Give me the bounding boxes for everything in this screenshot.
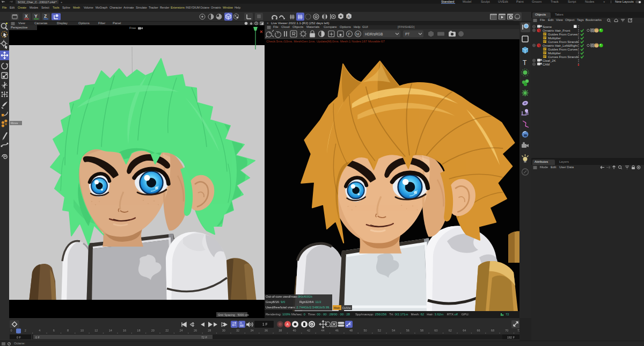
- svg-text:0 F: 0 F: [35, 336, 40, 339]
- svg-text:Y: Y: [34, 13, 38, 19]
- svg-text:192 F: 192 F: [507, 336, 515, 339]
- svg-text:14: 14: [109, 329, 112, 332]
- svg-text:6: 6: [53, 329, 55, 332]
- svg-text:8: 8: [67, 329, 69, 332]
- svg-text:T: T: [523, 59, 527, 67]
- svg-text:34: 34: [250, 329, 253, 332]
- svg-text:68: 68: [491, 329, 494, 332]
- svg-text:64: 64: [463, 329, 466, 332]
- svg-text:Ornatrix Hair_Left&Right: Ornatrix Hair_Left&Right: [543, 44, 578, 47]
- svg-text:44: 44: [321, 329, 324, 332]
- svg-text:24: 24: [180, 329, 183, 332]
- svg-text:40: 40: [293, 329, 296, 332]
- svg-text:32: 32: [236, 329, 239, 332]
- svg-text:36: 36: [265, 329, 268, 332]
- svg-text:60: 60: [434, 329, 437, 332]
- svg-text:0: 0: [10, 329, 12, 332]
- svg-text:M: M: [356, 32, 360, 36]
- svg-text:56: 56: [406, 329, 409, 332]
- svg-text:A: A: [347, 15, 350, 18]
- svg-text:22: 22: [165, 329, 169, 332]
- svg-text:42: 42: [307, 329, 310, 332]
- svg-text:A: A: [240, 321, 242, 325]
- svg-text:66: 66: [477, 329, 480, 332]
- svg-text:Guides From Curves: Guides From Curves: [548, 33, 577, 36]
- svg-text:58: 58: [420, 329, 423, 332]
- svg-text:A: A: [287, 322, 289, 326]
- svg-text:4: 4: [39, 329, 40, 332]
- svg-text:Scene: Scene: [543, 25, 552, 28]
- svg-text:72 F: 72 F: [201, 336, 208, 339]
- svg-text:F: F: [348, 32, 350, 36]
- svg-text:50: 50: [363, 329, 367, 332]
- svg-text:Z: Z: [44, 13, 47, 19]
- svg-text:12: 12: [94, 329, 98, 332]
- svg-text:Guides From Curves: Guides From Curves: [548, 48, 577, 51]
- svg-text:10: 10: [80, 329, 84, 332]
- svg-text:X: X: [25, 13, 28, 19]
- svg-text:70: 70: [505, 329, 508, 332]
- svg-text:20: 20: [151, 329, 155, 332]
- svg-text:30: 30: [222, 329, 225, 332]
- svg-text:2: 2: [25, 329, 26, 332]
- svg-text:Curves From Strands: Curves From Strands: [548, 55, 579, 59]
- svg-text:Curves From Strands: Curves From Strands: [548, 40, 579, 44]
- svg-text:72: 72: [517, 329, 519, 332]
- svg-text:HDR/sRGB: HDR/sRGB: [365, 32, 383, 36]
- svg-text:Ornatrix Hair_Front: Ornatrix Hair_Front: [543, 29, 570, 32]
- svg-text:38: 38: [279, 329, 282, 332]
- svg-text:16: 16: [123, 329, 126, 332]
- svg-text:0 F: 0 F: [17, 336, 21, 339]
- svg-text:CAM: CAM: [543, 63, 550, 66]
- svg-text:Multiplier: Multiplier: [548, 52, 561, 55]
- svg-text:18: 18: [137, 329, 140, 332]
- svg-text:PT: PT: [405, 32, 409, 36]
- svg-text:Cleaf_2K: Cleaf_2K: [543, 59, 556, 62]
- svg-text:48: 48: [349, 329, 353, 332]
- svg-text:54: 54: [392, 329, 395, 332]
- svg-text:1 F: 1 F: [262, 322, 267, 326]
- svg-text:26: 26: [194, 329, 197, 332]
- svg-text:52: 52: [378, 329, 381, 332]
- svg-text:Multiplier: Multiplier: [548, 37, 561, 40]
- svg-text:46: 46: [335, 329, 339, 332]
- svg-text:62: 62: [449, 329, 452, 332]
- svg-text:28: 28: [208, 329, 211, 332]
